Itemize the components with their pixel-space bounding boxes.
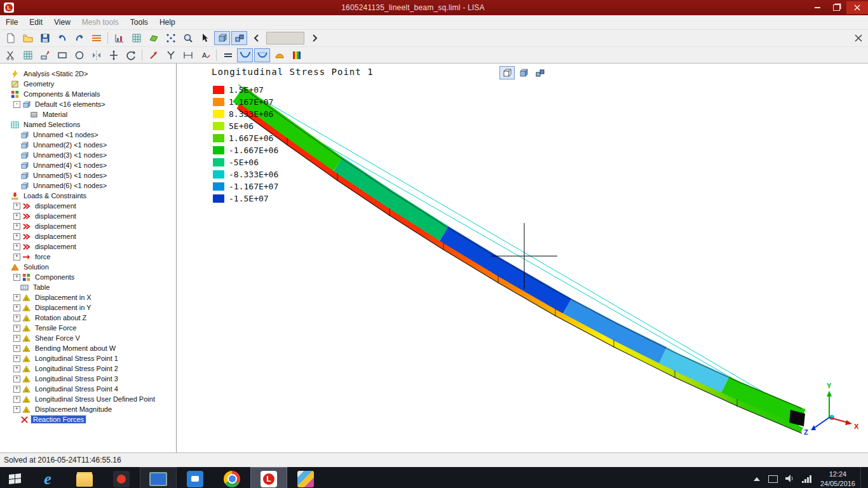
tree-item[interactable]: +displacement: [0, 201, 176, 211]
tree-item[interactable]: Named Selections: [0, 119, 176, 130]
modeler-app-taskbar-button[interactable]: [140, 467, 177, 488]
tree-expander[interactable]: +: [13, 254, 20, 261]
tree-item[interactable]: Solution: [0, 262, 176, 272]
tree-item[interactable]: +Rotation about Z: [0, 313, 176, 323]
tree-item[interactable]: +Longitudinal Stress Point 1: [0, 353, 176, 363]
tree-expander[interactable]: +: [13, 406, 20, 413]
network-icon[interactable]: [802, 475, 811, 483]
ie-taskbar-button[interactable]: [29, 467, 66, 488]
toolbar-close-button[interactable]: [853, 32, 864, 44]
tree-item[interactable]: +Bending Moment about W: [0, 343, 176, 353]
show-hidden-icons[interactable]: [754, 477, 760, 481]
open-file-button[interactable]: [20, 31, 36, 45]
tree-item[interactable]: +Displacement in Y: [0, 302, 176, 313]
tree-item[interactable]: +Components: [0, 272, 176, 282]
tree-expander[interactable]: +: [13, 396, 20, 403]
tree-item[interactable]: +Displacement in X: [0, 292, 176, 302]
tree-expander[interactable]: -: [13, 101, 20, 108]
tree-expander[interactable]: +: [13, 203, 20, 210]
tree-item[interactable]: Geometry: [0, 79, 176, 89]
tree-item[interactable]: Unnamed(3) <1 nodes>: [0, 150, 176, 160]
volume-icon[interactable]: [785, 475, 794, 483]
deformed-view-button[interactable]: [237, 48, 253, 62]
tree-item[interactable]: Components & Materials: [0, 89, 176, 99]
tree-item[interactable]: +Longitudinal Stress User Defined Point: [0, 394, 176, 404]
next-view-button[interactable]: [306, 31, 322, 45]
cut-mesh-button[interactable]: [3, 48, 18, 62]
shaded-view-button[interactable]: [146, 31, 161, 45]
lisa-taskbar-button[interactable]: [250, 467, 287, 488]
save-button[interactable]: [37, 31, 53, 45]
tree-expander[interactable]: +: [13, 335, 20, 342]
merge-nodes-button[interactable]: [163, 48, 179, 62]
show-desktop-button[interactable]: [860, 467, 864, 488]
prev-view-button[interactable]: [248, 31, 264, 45]
tree-expander[interactable]: +: [13, 325, 20, 332]
tree-item[interactable]: +Displacement Magnitude: [0, 404, 176, 414]
minimize-button[interactable]: [808, 1, 826, 14]
tree-expander[interactable]: +: [13, 355, 20, 362]
tree-item[interactable]: Unnamed(4) <1 nodes>: [0, 160, 176, 170]
menu-help[interactable]: Help: [154, 16, 181, 29]
node-select-button[interactable]: [163, 31, 179, 45]
tree-item[interactable]: +Longitudinal Stress Point 3: [0, 374, 176, 384]
contour-button[interactable]: [271, 48, 287, 62]
tree-item[interactable]: +displacement: [0, 211, 176, 221]
mesh-view-button[interactable]: [128, 31, 144, 45]
menu-edit[interactable]: Edit: [24, 16, 48, 29]
tree-expander[interactable]: +: [13, 213, 20, 220]
label-button[interactable]: [197, 48, 213, 62]
menu-file[interactable]: File: [0, 16, 24, 29]
tree-item[interactable]: +displacement: [0, 221, 176, 231]
plot-button[interactable]: [111, 31, 127, 45]
file-explorer-taskbar-button[interactable]: [66, 467, 103, 488]
scale-button[interactable]: [146, 48, 161, 62]
tree-item[interactable]: Table: [0, 282, 176, 292]
tree-expander[interactable]: +: [13, 315, 20, 322]
close-button[interactable]: [846, 1, 868, 14]
tree-expander[interactable]: +: [13, 243, 20, 250]
refine-mesh-button[interactable]: [20, 48, 36, 62]
redo-button[interactable]: [71, 31, 87, 45]
view-solid-button[interactable]: [214, 31, 230, 45]
tree-item[interactable]: +force: [0, 252, 176, 262]
move-button[interactable]: [105, 48, 121, 62]
tree-expander[interactable]: +: [13, 386, 20, 393]
tree-expander[interactable]: +: [13, 233, 20, 240]
dimension-button[interactable]: [180, 48, 196, 62]
menu-tools[interactable]: Tools: [125, 16, 154, 29]
tree-item[interactable]: Unnamed(2) <1 nodes>: [0, 140, 176, 150]
new-file-button[interactable]: [3, 31, 18, 45]
undo-button[interactable]: [54, 31, 70, 45]
tree-item[interactable]: +Longitudinal Stress Point 2: [0, 363, 176, 374]
chrome-taskbar-button[interactable]: [214, 467, 250, 488]
media-app-taskbar-button[interactable]: [103, 467, 140, 488]
clock[interactable]: 12:24 24/05/2016: [820, 470, 855, 488]
colorbar-button[interactable]: [288, 48, 304, 62]
tree-expander[interactable]: +: [13, 304, 20, 311]
mirror-button[interactable]: [88, 48, 104, 62]
device-icon[interactable]: [768, 475, 778, 483]
menu-view[interactable]: View: [48, 16, 76, 29]
start-button[interactable]: [0, 467, 29, 488]
graphics-app-taskbar-button[interactable]: [287, 467, 324, 488]
menu-mesh-tools[interactable]: Mesh tools: [76, 16, 125, 29]
solve-menu-button[interactable]: [88, 31, 104, 45]
extrude-button[interactable]: [37, 48, 53, 62]
undeformed-view-button[interactable]: [220, 48, 236, 62]
view-multi-button[interactable]: [231, 31, 247, 45]
tree-item[interactable]: Analysis <Static 2D>: [0, 69, 176, 79]
tree-expander[interactable]: +: [13, 274, 20, 281]
tree-item[interactable]: +Longitudinal Stress Point 4: [0, 384, 176, 394]
deformed-wireframe-button[interactable]: [254, 48, 270, 62]
tree-item[interactable]: Unnamed(5) <1 nodes>: [0, 170, 176, 180]
restore-button[interactable]: [827, 1, 845, 14]
tree-item[interactable]: Material: [0, 109, 176, 119]
messaging-app-taskbar-button[interactable]: [177, 467, 214, 488]
tree-expander[interactable]: +: [13, 345, 20, 352]
tree-item[interactable]: Unnamed <1 nodes>: [0, 130, 176, 140]
tree-item[interactable]: Reaction Forces: [0, 414, 176, 424]
tree-expander[interactable]: +: [13, 223, 20, 230]
viewport-solid-view-button[interactable]: [516, 66, 531, 79]
tree-item[interactable]: +Shear Force V: [0, 333, 176, 343]
